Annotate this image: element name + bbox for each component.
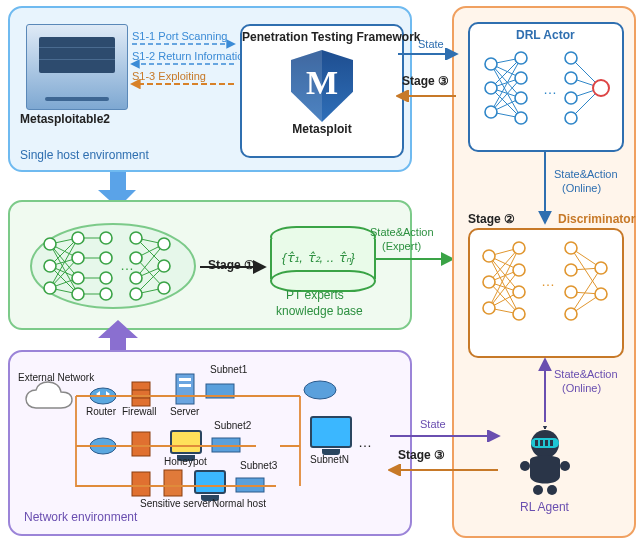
svg-rect-129 bbox=[535, 440, 538, 446]
svg-point-45 bbox=[158, 282, 170, 294]
svg-point-90 bbox=[565, 112, 577, 124]
discriminator-title: Discriminator bbox=[558, 212, 635, 226]
kb-to-disc-arrow bbox=[372, 252, 458, 266]
net-to-agent-arrow bbox=[388, 430, 504, 442]
svg-text:…: … bbox=[120, 257, 134, 273]
svg-text:…: … bbox=[543, 81, 557, 97]
svg-point-29 bbox=[44, 260, 56, 272]
svg-point-111 bbox=[483, 250, 495, 262]
svg-point-38 bbox=[100, 288, 112, 300]
sa-online-bot2: (Online) bbox=[562, 382, 601, 394]
shield-letter: M bbox=[306, 66, 338, 100]
framework-title: Penetration Testing Framework bbox=[242, 30, 402, 44]
cloud-icon bbox=[22, 380, 76, 416]
svg-point-33 bbox=[72, 272, 84, 284]
svg-point-89 bbox=[565, 92, 577, 104]
kb-formula: {τ̂₁, τ̂₂, .. τ̂ₙ} bbox=[282, 250, 355, 265]
actor-to-fw-arrow bbox=[396, 90, 462, 102]
metasploit-shield-icon: M bbox=[291, 50, 353, 122]
kb-cap2: knowledge base bbox=[276, 304, 363, 318]
svg-point-82 bbox=[485, 106, 497, 118]
svg-rect-55 bbox=[179, 384, 191, 387]
svg-point-84 bbox=[515, 72, 527, 84]
stage2-label: Stage ② bbox=[468, 212, 515, 226]
svg-point-117 bbox=[513, 308, 525, 320]
svg-point-41 bbox=[130, 272, 142, 284]
agent-to-disc-arrow bbox=[538, 356, 552, 426]
host-framework-arrows bbox=[128, 26, 238, 96]
svg-point-87 bbox=[565, 52, 577, 64]
svg-point-120 bbox=[565, 286, 577, 298]
actor-nn-icon: … bbox=[471, 46, 621, 146]
svg-point-121 bbox=[565, 308, 577, 320]
svg-rect-131 bbox=[545, 440, 548, 446]
state-bot: State bbox=[420, 418, 446, 430]
svg-point-30 bbox=[44, 282, 56, 294]
svg-point-137 bbox=[533, 485, 543, 495]
stage3-bot: Stage ③ bbox=[398, 448, 445, 462]
svg-point-123 bbox=[595, 288, 607, 300]
svg-point-122 bbox=[595, 262, 607, 274]
svg-point-83 bbox=[515, 52, 527, 64]
svg-point-42 bbox=[130, 288, 142, 300]
server-stack-icon bbox=[39, 37, 115, 73]
right-panel: DRL Actor … bbox=[452, 6, 636, 538]
single-host-title: Single host environment bbox=[20, 148, 149, 162]
svg-point-43 bbox=[158, 238, 170, 250]
actor-box: DRL Actor … bbox=[468, 22, 624, 152]
subnet1-label: Subnet1 bbox=[210, 364, 247, 375]
svg-point-115 bbox=[513, 264, 525, 276]
svg-point-35 bbox=[100, 232, 112, 244]
svg-point-85 bbox=[515, 92, 527, 104]
ext-net-label: External Network bbox=[18, 372, 78, 383]
dots: … bbox=[358, 434, 372, 450]
svg-point-36 bbox=[100, 252, 112, 264]
sa-online-bot1: State&Action bbox=[554, 368, 618, 380]
svg-point-118 bbox=[565, 242, 577, 254]
sa-online-top2: (Online) bbox=[562, 182, 601, 194]
network-panel: Network environment External Network Rou… bbox=[8, 350, 412, 536]
host-box-icon bbox=[26, 24, 128, 110]
kb-panel: … Stage ① {τ̂₁, τ̂₂, .. τ̂ₙ} PT experts … bbox=[8, 200, 412, 330]
actor-to-disc-arrow bbox=[538, 150, 552, 228]
single-host-panel: Metasploitable2 Single host environment … bbox=[8, 6, 412, 172]
nn-center-icon: … bbox=[28, 220, 198, 312]
svg-point-81 bbox=[485, 82, 497, 94]
stage3-top: Stage ③ bbox=[402, 74, 449, 88]
svg-point-88 bbox=[565, 72, 577, 84]
svg-point-44 bbox=[158, 260, 170, 272]
sa-expert2: (Expert) bbox=[382, 240, 421, 252]
svg-point-28 bbox=[44, 238, 56, 250]
agent-to-net-arrow bbox=[388, 464, 504, 476]
agent-label: RL Agent bbox=[520, 500, 569, 514]
network-title: Network environment bbox=[24, 510, 137, 524]
svg-point-86 bbox=[515, 112, 527, 124]
svg-point-136 bbox=[560, 461, 570, 471]
svg-text:…: … bbox=[541, 273, 555, 289]
discriminator-box: … bbox=[468, 228, 624, 358]
svg-rect-132 bbox=[550, 440, 553, 446]
framework-box: Penetration Testing Framework M Metasplo… bbox=[240, 24, 404, 158]
nn-svg: … bbox=[28, 220, 198, 312]
kb-cylinder-icon: {τ̂₁, τ̂₂, .. τ̂ₙ} bbox=[270, 226, 376, 292]
svg-point-91 bbox=[593, 80, 609, 96]
orange-links bbox=[70, 388, 320, 500]
svg-point-39 bbox=[130, 232, 142, 244]
svg-rect-130 bbox=[540, 440, 543, 446]
svg-point-138 bbox=[547, 485, 557, 495]
svg-point-32 bbox=[72, 252, 84, 264]
svg-point-116 bbox=[513, 286, 525, 298]
robot-icon bbox=[516, 426, 574, 499]
svg-point-37 bbox=[100, 272, 112, 284]
disc-nn-icon: … bbox=[471, 234, 621, 354]
svg-point-135 bbox=[520, 461, 530, 471]
svg-point-119 bbox=[565, 264, 577, 276]
server-slot-icon bbox=[45, 97, 109, 101]
svg-rect-54 bbox=[179, 378, 191, 381]
svg-point-134 bbox=[543, 426, 547, 428]
state-to-actor-arrow bbox=[396, 48, 462, 60]
kb-cap1: PT experts bbox=[286, 288, 344, 302]
svg-point-80 bbox=[485, 58, 497, 70]
svg-point-113 bbox=[483, 302, 495, 314]
sa-expert1: State&Action bbox=[370, 226, 434, 238]
